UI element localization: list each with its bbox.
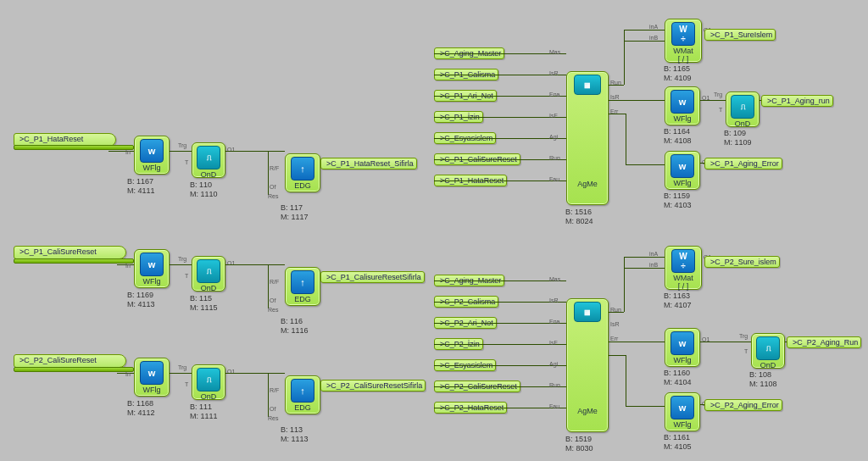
wire (268, 264, 269, 308)
wflg-run-2[interactable]: w WFlg (665, 328, 700, 367)
ond-block-2[interactable]: ⎍ OnD (192, 256, 225, 292)
text: >C_P2_Aging_Run (793, 338, 858, 347)
out-p2-calisurereset-sifirla[interactable]: >C_P2_CaliSureResetSifirla (320, 380, 426, 392)
wflg3-info: B: 1168M: 4112 (127, 399, 155, 418)
block-label: OnD (192, 170, 225, 179)
wflg-run-1[interactable]: w WFlg (665, 86, 700, 125)
wmat-icon: W÷ (671, 249, 695, 273)
src-p2-calisurereset[interactable]: >C_P2_CaliSureReset (14, 354, 126, 368)
wflg-icon: w (670, 396, 694, 419)
agme-port-in: Mas (549, 49, 560, 55)
port-res: Res (268, 193, 278, 199)
agme-block-1[interactable]: ▦ AgMe (566, 71, 609, 205)
ond-run1-info: B: 109M: 1109 (724, 129, 752, 147)
wire (225, 373, 285, 374)
wmat1-info: B: 1165M: 4109 (664, 64, 692, 83)
ond-block-1[interactable]: ⎍ OnD (192, 142, 225, 178)
ond-block-3[interactable]: ⎍ OnD (192, 364, 225, 400)
agme-port-in: IsF (549, 113, 558, 119)
text: >C_P1_HataReset_Sifirla (326, 159, 414, 168)
wflg-err-1[interactable]: w WFlg (665, 151, 700, 190)
wflg-err-2[interactable]: w WFlg (665, 392, 700, 431)
block-label: WFlg (135, 164, 169, 172)
wflg-err2-info: B: 1161M: 4105 (664, 433, 692, 452)
wire (170, 264, 192, 265)
src-p1-calisurereset[interactable]: >C_P1_CaliSureReset (14, 246, 126, 259)
agme-port-in: IsR (549, 70, 559, 76)
wflg-run1-info: B: 1164M: 4108 (664, 127, 692, 146)
wflg-block-2[interactable]: w WFlg (134, 249, 170, 288)
wire (434, 408, 566, 408)
edg-block-2[interactable]: ↑ EDG (285, 267, 320, 306)
wire (626, 355, 626, 406)
out-p1-hatareset-sifirla[interactable]: >C_P1_HataReset_Sifirla (320, 158, 417, 169)
wire (434, 344, 566, 345)
agme-block-2[interactable]: ▦ AgMe (566, 298, 609, 432)
wflg-block-1[interactable]: w WFlg (134, 136, 170, 175)
port-trg: Trg (178, 256, 186, 262)
out-p1-aging-run[interactable]: >C_P1_Aging_run (761, 95, 833, 107)
wflg-run2-info: B: 1160M: 4104 (664, 369, 692, 387)
block-sublabel: [ / ] (665, 55, 701, 64)
port-t: T (744, 348, 748, 354)
port-trg: Trg (739, 333, 748, 339)
wire (624, 30, 665, 31)
port-res: Res (268, 415, 278, 421)
port-rf: R/F (270, 387, 279, 393)
ond3-info: B: 111M: 1111 (190, 403, 218, 421)
port-rf: R/F (270, 279, 279, 285)
ond-icon: ⎍ (197, 368, 220, 392)
agme-port-in: Run (549, 382, 560, 388)
wflg-icon: w (670, 90, 694, 114)
wire (624, 30, 625, 85)
ond-icon: ⎍ (197, 146, 220, 169)
out-p1-sureislem[interactable]: >C_P1_SureIslem (704, 29, 776, 41)
block-label: EDG (286, 295, 320, 303)
wire (14, 367, 134, 372)
wire (700, 100, 726, 101)
wire (624, 268, 665, 269)
out-p2-aging-error[interactable]: >C_P2_Aging_Error (704, 399, 782, 411)
wire (14, 258, 134, 264)
edg-block-1[interactable]: ↑ EDG (285, 153, 320, 192)
port-rf: R/F (270, 165, 279, 171)
edg3-info: B: 113M: 1113 (281, 425, 309, 444)
block-label: WMat (665, 47, 701, 55)
ond-icon: ⎍ (731, 95, 754, 119)
ond-run-1[interactable]: ⎍ OnD (726, 92, 760, 127)
block-label: WFlg (135, 277, 169, 286)
wflg-icon: w (140, 139, 164, 163)
port-inb: inB (649, 35, 658, 41)
edg1-info: B: 117M: 1117 (281, 203, 309, 222)
wire (626, 114, 626, 164)
wire (434, 302, 566, 303)
out-p2-aging-run[interactable]: >C_P2_Aging_Run (787, 336, 861, 348)
wire (624, 41, 665, 42)
port-t: T (185, 159, 188, 165)
wflg-icon: w (670, 154, 694, 178)
ond-run-2[interactable]: ⎍ OnD (751, 333, 785, 369)
edg-block-3[interactable]: ↑ EDG (285, 375, 320, 414)
block-label: WMat (665, 274, 701, 282)
port-in: In (125, 263, 131, 269)
text: >C_P2_CaliSureReset (19, 356, 97, 364)
agme-port-in: Fau (549, 403, 559, 409)
wflg2-info: B: 1169M: 4113 (127, 291, 155, 309)
wire (170, 151, 192, 152)
port-t: T (719, 107, 722, 113)
edg-icon: ↑ (291, 157, 314, 181)
out-p1-calisurereset-sifirla[interactable]: >C_P1_CalisureResetSifirla (320, 271, 425, 283)
wire (434, 365, 566, 366)
out-p2-sureislem[interactable]: >C_P2_Sure_islem (704, 256, 780, 268)
wmat-block-2[interactable]: W÷ WMat [ / ] (665, 246, 702, 290)
port-run: Run (610, 80, 621, 86)
agme-port-in: Agi (549, 361, 558, 367)
out-p1-aging-error[interactable]: >C_P1_Aging_Error (704, 158, 782, 169)
block-label: EDG (286, 403, 320, 412)
wmat-block-1[interactable]: W÷ WMat [ / ] (665, 19, 702, 63)
port-trg: Trg (178, 142, 186, 148)
block-label: WFlg (665, 114, 699, 123)
port-of: Of (270, 184, 275, 190)
wflg-block-3[interactable]: w WFlg (134, 358, 170, 397)
agme2-info: B: 1519M: 8030 (565, 435, 593, 453)
